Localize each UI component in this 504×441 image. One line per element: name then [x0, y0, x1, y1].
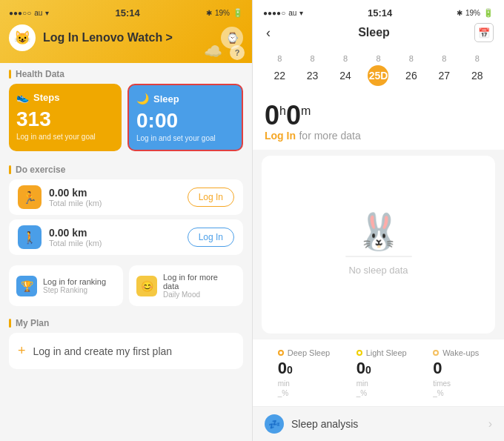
sleep-time-area: 0h0m Log In for more data — [253, 92, 504, 150]
light-sleep-percent: _% — [357, 389, 367, 397]
month-26: 8 — [409, 54, 414, 63]
month-27: 8 — [442, 54, 446, 63]
day-27: 27 — [434, 65, 454, 86]
walk-login-button[interactable]: Log In — [188, 228, 234, 247]
wakeups-dot — [433, 350, 439, 356]
steps-title: Steps — [33, 92, 59, 103]
walk-icon: 🚶 — [18, 225, 42, 249]
left-header: ●●●○○ au ▾ 15:14 ✱ 19% 🔋 😺 Log In Lenovo… — [0, 0, 252, 63]
sleep-analysis-row[interactable]: 💤 Sleep analysis › — [253, 406, 504, 441]
health-section-label: Health Data — [0, 63, 252, 84]
steps-icon: 👟 — [16, 91, 29, 103]
day-25: 25D — [368, 65, 388, 86]
sleep-visual-area: 🐰 No sleep data — [262, 156, 495, 334]
section-bar-2 — [9, 165, 11, 174]
ranking-title: Log in for ranking — [43, 277, 116, 286]
wakeups-value: 0 — [433, 359, 442, 378]
run-value: 0.00 km — [49, 187, 188, 199]
sleep-subtitle: Log in and set your goal — [136, 134, 234, 142]
question-badge[interactable]: ? — [230, 45, 245, 60]
date-cell-23[interactable]: 8 23 — [302, 54, 323, 86]
date-row: 8 22 8 23 8 24 8 25D 8 26 8 27 8 28 — [253, 48, 504, 92]
day-26: 26 — [401, 65, 422, 86]
mood-shortcut[interactable]: 😊 Log in for more data Daily Mood — [129, 265, 243, 306]
ranking-icon: 🏆 — [16, 276, 37, 296]
login-link[interactable]: Log In — [265, 130, 296, 142]
month-25: 8 — [376, 54, 380, 63]
login-prompt: Log In for more data — [265, 129, 492, 142]
right-panel: ●●●●○ au ▾ 15:14 ✱ 19% 🔋 ‹ Sleep 📅 8 22 … — [252, 0, 504, 441]
right-battery: 19% — [465, 9, 480, 17]
right-signal: ●●●●○ — [263, 9, 285, 17]
sleep-title: Sleep — [153, 93, 179, 105]
calendar-icon[interactable]: 📅 — [474, 23, 494, 42]
exercise-item-run: 🏃 0.00 km Total mile (km) Log In — [9, 179, 243, 215]
right-battery-icon: 🔋 — [483, 8, 494, 18]
exercise-item-walk: 🚶 0.00 km Total mile (km) Log In — [9, 219, 243, 255]
plan-plus-icon: + — [18, 343, 26, 359]
create-plan-item[interactable]: + Log in and create my first plan — [9, 333, 243, 369]
sleep-value: 0:00 — [136, 110, 234, 131]
right-header: ●●●●○ au ▾ 15:14 ✱ 19% 🔋 ‹ Sleep 📅 — [253, 0, 504, 48]
sleep-time-display: 0h0m — [265, 102, 492, 129]
plan-text: Log in and create my first plan — [33, 345, 173, 357]
light-sleep-value: 00 — [357, 359, 371, 378]
wakeups-stat: Wake-ups 0 times _% — [433, 348, 479, 397]
sleep-stats: Deep Sleep 00 min _% Light Sleep 00 min … — [253, 339, 504, 406]
run-label: Total mile (km) — [49, 199, 188, 208]
analysis-label: Sleep analysis — [291, 418, 358, 430]
steps-value: 313 — [16, 109, 114, 130]
right-status-bar: ●●●●○ au ▾ 15:14 ✱ 19% 🔋 — [263, 7, 494, 19]
dotted-line — [345, 256, 412, 257]
light-sleep-label: Light Sleep — [366, 348, 407, 357]
month-22: 8 — [277, 54, 282, 63]
ranking-sub: Step Ranking — [43, 286, 116, 294]
plan-section: + Log in and create my first plan — [0, 333, 252, 441]
date-cell-27[interactable]: 8 27 — [434, 54, 454, 86]
mood-icon: 😊 — [136, 276, 157, 296]
deep-sleep-stat: Deep Sleep 00 min _% — [278, 348, 331, 397]
exercise-section-label: Do exercise — [0, 159, 252, 179]
more-data-text: for more data — [299, 130, 360, 142]
date-cell-24[interactable]: 8 24 — [335, 54, 356, 86]
month-28: 8 — [475, 54, 480, 63]
run-icon: 🏃 — [18, 185, 42, 209]
deep-sleep-label: Deep Sleep — [288, 348, 331, 357]
back-button[interactable]: ‹ — [263, 25, 273, 41]
right-bluetooth-icon: ✱ — [457, 9, 462, 17]
date-cell-28[interactable]: 8 28 — [467, 54, 488, 86]
analysis-icon: 💤 — [265, 414, 284, 434]
chevron-right-icon: › — [488, 417, 492, 431]
right-nav: ‹ Sleep 📅 — [263, 23, 494, 42]
light-sleep-dot — [357, 350, 362, 356]
date-cell-22[interactable]: 8 22 — [269, 54, 290, 86]
date-cell-26[interactable]: 8 26 — [401, 54, 422, 86]
avatar-icon: 😺 — [14, 30, 30, 46]
steps-card[interactable]: 👟 Steps 313 Log in and set your goal — [9, 84, 122, 151]
day-28: 28 — [467, 65, 488, 86]
mood-title: Log in for more data — [163, 273, 236, 291]
avatar: 😺 — [9, 24, 36, 51]
health-cards: 👟 Steps 313 Log in and set your goal 🌙 S… — [0, 84, 252, 159]
left-panel: ●●●○○ au ▾ 15:14 ✱ 19% 🔋 😺 Log In Lenovo… — [0, 0, 252, 441]
walk-label: Total mile (km) — [49, 239, 188, 248]
carrier-label: au — [34, 9, 42, 17]
header-title[interactable]: Log In Lenovo Watch > — [43, 31, 213, 44]
shortcuts-row: 🏆 Log in for ranking Step Ranking 😊 Log … — [0, 265, 252, 312]
h-unit: h — [279, 105, 286, 117]
section-bar-3 — [9, 319, 11, 328]
deep-sleep-value: 00 — [278, 359, 293, 378]
battery-label: 19% — [215, 9, 230, 17]
day-24: 24 — [335, 65, 356, 86]
right-carrier: au — [288, 9, 296, 17]
cloud-icon: ☁️ — [204, 42, 222, 60]
sleep-icon: 🌙 — [136, 93, 149, 105]
wakeups-unit: times — [433, 379, 451, 388]
m-unit: m — [301, 105, 311, 117]
sleep-card[interactable]: 🌙 Sleep 0:00 Log in and set your goal — [127, 84, 243, 151]
ranking-shortcut[interactable]: 🏆 Log in for ranking Step Ranking — [9, 265, 123, 306]
right-time: 15:14 — [368, 7, 392, 19]
month-24: 8 — [343, 54, 348, 63]
run-login-button[interactable]: Log In — [188, 188, 234, 207]
date-cell-25[interactable]: 8 25D — [368, 54, 388, 86]
